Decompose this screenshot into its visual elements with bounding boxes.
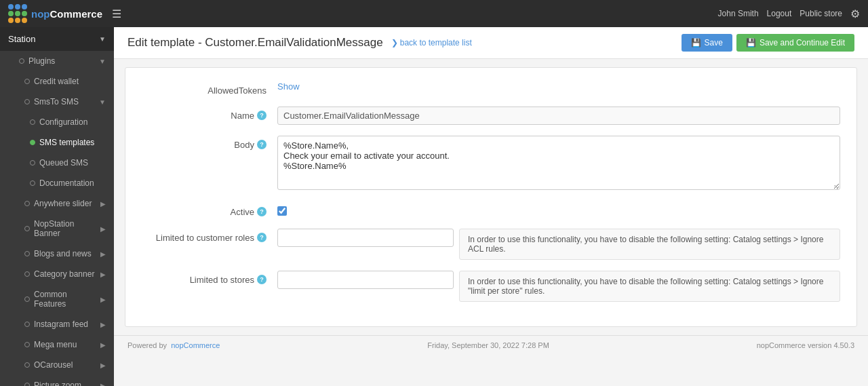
page-title: Edit template - Customer.EmailValidation… <box>127 36 383 50</box>
logout-link[interactable]: Logout <box>767 9 792 18</box>
name-label: Name ? <box>142 107 277 121</box>
hamburger-icon[interactable]: ☰ <box>109 5 124 23</box>
customer-roles-info-box: In order to use this functionality, you … <box>459 229 840 260</box>
body-label-text: Body <box>234 140 254 150</box>
sidebar-category-banner-label: Category banner <box>34 269 94 279</box>
settings-icon[interactable]: ⚙ <box>850 7 860 20</box>
category-banner-chevron: ▶ <box>100 271 106 278</box>
active-help-icon[interactable]: ? <box>257 207 267 216</box>
credit-wallet-dot <box>24 79 30 84</box>
page-title-area: Edit template - Customer.EmailValidation… <box>127 36 472 50</box>
sidebar-item-plugins[interactable]: Plugins ▼ <box>0 51 114 71</box>
sidebar-configuration-label: Configuration <box>39 117 87 127</box>
body-label: Body ? <box>142 136 277 150</box>
sidebar-item-queued-sms[interactable]: Queued SMS <box>0 153 114 173</box>
form-area: AllowedTokens Show Name ? Body <box>125 67 857 327</box>
plugins-chevron: ▼ <box>99 58 106 65</box>
logo-dot <box>15 4 20 9</box>
blogs-dot <box>24 251 30 256</box>
stores-control: In order to use this functionality, you … <box>277 271 840 302</box>
active-label-text: Active <box>231 207 254 217</box>
main-content: Edit template - Customer.EmailValidation… <box>114 27 868 386</box>
page-actions: 💾 Save 💾 Save and Continue Edit <box>682 34 854 52</box>
sidebar-plugins-label: Plugins <box>28 56 55 66</box>
logo-dot <box>22 18 27 23</box>
stores-info-text: In order to use this functionality, you … <box>468 277 823 296</box>
top-nav-left: nopCommerce ☰ <box>8 4 124 23</box>
documentation-dot <box>30 180 35 186</box>
resize-icon: ⤡ <box>833 183 839 191</box>
picture-zoom-chevron: ▶ <box>100 382 106 387</box>
stores-input[interactable] <box>277 271 454 289</box>
sidebar-item-blogs-and-news[interactable]: Blogs and news ▶ <box>0 244 114 264</box>
sidebar-sms-templates-label: SMS templates <box>39 138 94 147</box>
name-control <box>277 107 840 125</box>
plugins-dot <box>19 58 24 64</box>
sidebar-ocarousel-label: OCarousel <box>34 360 73 370</box>
stores-info-box: In order to use this functionality, you … <box>459 271 840 302</box>
customer-roles-info-text: In order to use this functionality, you … <box>468 235 823 254</box>
picture-zoom-dot <box>24 383 30 386</box>
sidebar-station-header[interactable]: Station ▼ <box>0 27 114 51</box>
body-row: Body ? %Store.Name%, Check your email to… <box>142 136 840 192</box>
sidebar-item-ocarousel[interactable]: OCarousel ▶ <box>0 355 114 375</box>
sidebar-item-category-banner[interactable]: Category banner ▶ <box>0 264 114 284</box>
public-store-link[interactable]: Public store <box>800 9 842 18</box>
sidebar-station-label: Station <box>8 34 35 44</box>
stores-help-icon[interactable]: ? <box>257 275 267 284</box>
sidebar-credit-wallet-label: Credit wallet <box>34 77 79 86</box>
active-label: Active ? <box>142 203 277 217</box>
mega-menu-dot <box>24 342 30 347</box>
blogs-chevron: ▶ <box>100 250 106 258</box>
sidebar-item-nopstation-banner[interactable]: NopStation Banner ▶ <box>0 214 114 244</box>
logo-dot <box>8 11 14 16</box>
active-control <box>277 203 840 218</box>
brand-text: nopCommerce <box>31 8 102 20</box>
footer-datetime: Friday, September 30, 2022 7:28 PM <box>427 341 549 349</box>
show-allowed-tokens-link[interactable]: Show <box>277 81 300 92</box>
name-row: Name ? <box>142 107 840 125</box>
stores-label: Limited to stores ? <box>142 271 277 285</box>
sidebar-mega-menu-label: Mega menu <box>34 340 77 349</box>
sidebar-item-mega-menu[interactable]: Mega menu ▶ <box>0 334 114 355</box>
smsto-chevron: ▼ <box>99 98 106 106</box>
stores-label-text: Limited to stores <box>190 275 254 285</box>
body-textarea[interactable]: %Store.Name%, Check your email to activa… <box>277 136 840 190</box>
save-button[interactable]: 💾 Save <box>682 34 732 52</box>
sidebar-item-anywhere-slider[interactable]: Anywhere slider ▶ <box>0 193 114 214</box>
customer-roles-label-text: Limited to customer roles <box>156 233 254 243</box>
back-to-template-link[interactable]: ❯ back to template list <box>391 38 472 47</box>
top-nav-right: John Smith Logout Public store ⚙ <box>718 7 860 20</box>
allowed-tokens-control: Show <box>277 81 840 92</box>
sidebar-item-sms-templates[interactable]: SMS templates <box>0 132 114 153</box>
sidebar-picture-zoom-label: Picture zoom <box>34 381 81 386</box>
nopstation-banner-dot <box>24 226 30 231</box>
sidebar-nopstation-banner-label: NopStation Banner <box>34 219 100 238</box>
customer-roles-input[interactable] <box>277 229 454 247</box>
footer: Powered by nopCommerce Friday, September… <box>114 335 868 355</box>
sidebar-anywhere-slider-label: Anywhere slider <box>34 199 92 208</box>
logo-dot <box>15 18 20 23</box>
footer-powered: Powered by nopCommerce <box>127 341 220 349</box>
sidebar-item-smsto-sms[interactable]: SmsTo SMS ▼ <box>0 92 114 112</box>
mega-menu-chevron: ▶ <box>100 341 106 349</box>
save-floppy-icon: 💾 <box>691 38 701 47</box>
sidebar-item-picture-zoom[interactable]: Picture zoom ▶ <box>0 375 114 386</box>
sidebar-item-documentation[interactable]: Documentation <box>0 173 114 193</box>
save-continue-button[interactable]: 💾 Save and Continue Edit <box>736 34 854 52</box>
sidebar-item-instagram-feed[interactable]: Instagram feed ▶ <box>0 314 114 334</box>
sidebar-item-configuration[interactable]: Configuration <box>0 112 114 132</box>
user-name: John Smith <box>718 9 759 18</box>
name-input[interactable] <box>277 107 840 125</box>
sidebar-documentation-label: Documentation <box>39 178 94 188</box>
sidebar-item-common-features[interactable]: Common Features ▶ <box>0 284 114 314</box>
name-help-icon[interactable]: ? <box>257 111 267 120</box>
logo-dots <box>8 4 27 23</box>
footer-link[interactable]: nopCommerce <box>171 341 220 349</box>
anywhere-slider-chevron: ▶ <box>100 200 106 208</box>
sidebar-item-credit-wallet[interactable]: Credit wallet <box>0 71 114 92</box>
body-help-icon[interactable]: ? <box>257 140 267 149</box>
customer-roles-help-icon[interactable]: ? <box>257 233 267 242</box>
active-checkbox[interactable] <box>277 206 287 216</box>
allowed-tokens-label-text: AllowedTokens <box>208 85 267 96</box>
